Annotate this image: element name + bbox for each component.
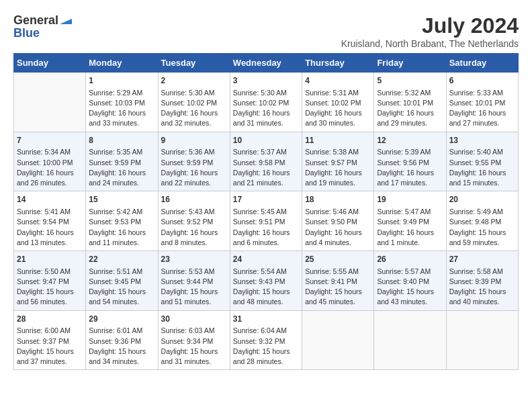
day-number: 19 — [377, 194, 443, 205]
day-number: 16 — [161, 194, 227, 205]
calendar-cell: 24Sunrise: 5:54 AM Sunset: 9:43 PM Dayli… — [230, 251, 302, 311]
calendar-cell: 31Sunrise: 6:04 AM Sunset: 9:32 PM Dayli… — [230, 310, 302, 370]
day-info: Sunrise: 6:01 AM Sunset: 9:36 PM Dayligh… — [89, 326, 154, 367]
calendar-cell: 11Sunrise: 5:38 AM Sunset: 9:57 PM Dayli… — [302, 132, 374, 191]
logo-general-text: General — [13, 14, 58, 26]
calendar-cell — [374, 310, 446, 370]
day-number: 28 — [17, 314, 83, 325]
day-info: Sunrise: 5:50 AM Sunset: 9:47 PM Dayligh… — [17, 267, 83, 308]
day-info: Sunrise: 5:38 AM Sunset: 9:57 PM Dayligh… — [305, 147, 371, 188]
calendar-cell: 28Sunrise: 6:00 AM Sunset: 9:37 PM Dayli… — [14, 310, 86, 370]
day-number: 12 — [377, 135, 443, 146]
day-number: 18 — [305, 194, 371, 205]
day-info: Sunrise: 5:30 AM Sunset: 10:02 PM Daylig… — [161, 88, 227, 129]
calendar-cell: 16Sunrise: 5:43 AM Sunset: 9:52 PM Dayli… — [158, 191, 230, 251]
day-info: Sunrise: 5:42 AM Sunset: 9:53 PM Dayligh… — [89, 207, 154, 248]
day-info: Sunrise: 5:47 AM Sunset: 9:49 PM Dayligh… — [377, 207, 443, 248]
calendar-week-row: 14Sunrise: 5:41 AM Sunset: 9:54 PM Dayli… — [14, 191, 519, 251]
calendar-cell: 3Sunrise: 5:30 AM Sunset: 10:02 PM Dayli… — [230, 73, 302, 132]
calendar-cell: 22Sunrise: 5:51 AM Sunset: 9:45 PM Dayli… — [86, 251, 158, 311]
day-number: 31 — [233, 314, 299, 325]
day-info: Sunrise: 5:46 AM Sunset: 9:50 PM Dayligh… — [305, 207, 371, 248]
calendar-cell — [446, 310, 518, 370]
svg-marker-0 — [60, 19, 72, 24]
day-info: Sunrise: 6:03 AM Sunset: 9:34 PM Dayligh… — [161, 326, 227, 367]
calendar-cell: 2Sunrise: 5:30 AM Sunset: 10:02 PM Dayli… — [158, 73, 230, 132]
day-info: Sunrise: 5:31 AM Sunset: 10:02 PM Daylig… — [305, 88, 371, 129]
day-number: 8 — [89, 135, 154, 146]
calendar-cell: 30Sunrise: 6:03 AM Sunset: 9:34 PM Dayli… — [158, 310, 230, 370]
day-info: Sunrise: 5:55 AM Sunset: 9:41 PM Dayligh… — [305, 267, 371, 308]
day-info: Sunrise: 5:36 AM Sunset: 9:59 PM Dayligh… — [161, 147, 227, 188]
day-info: Sunrise: 5:53 AM Sunset: 9:44 PM Dayligh… — [161, 267, 227, 308]
calendar-cell: 14Sunrise: 5:41 AM Sunset: 9:54 PM Dayli… — [14, 191, 86, 251]
day-info: Sunrise: 5:37 AM Sunset: 9:58 PM Dayligh… — [233, 147, 299, 188]
day-info: Sunrise: 5:29 AM Sunset: 10:03 PM Daylig… — [89, 88, 154, 129]
day-info: Sunrise: 6:04 AM Sunset: 9:32 PM Dayligh… — [233, 326, 299, 367]
day-info: Sunrise: 5:57 AM Sunset: 9:40 PM Dayligh… — [377, 267, 443, 308]
calendar-cell: 7Sunrise: 5:34 AM Sunset: 10:00 PM Dayli… — [14, 132, 86, 191]
calendar-cell: 9Sunrise: 5:36 AM Sunset: 9:59 PM Daylig… — [158, 132, 230, 191]
day-number: 14 — [17, 194, 83, 205]
title-area: July 2024 Kruisland, North Brabant, The … — [341, 13, 519, 49]
day-number: 20 — [449, 194, 515, 205]
page-header: General Blue July 2024 Kruisland, North … — [13, 13, 519, 49]
day-number: 3 — [233, 75, 299, 87]
calendar-week-row: 28Sunrise: 6:00 AM Sunset: 9:37 PM Dayli… — [14, 310, 519, 370]
day-info: Sunrise: 5:41 AM Sunset: 9:54 PM Dayligh… — [17, 207, 83, 248]
calendar-cell: 26Sunrise: 5:57 AM Sunset: 9:40 PM Dayli… — [374, 251, 446, 311]
weekday-header: Saturday — [446, 54, 518, 73]
calendar-cell: 18Sunrise: 5:46 AM Sunset: 9:50 PM Dayli… — [302, 191, 374, 251]
calendar-cell: 21Sunrise: 5:50 AM Sunset: 9:47 PM Dayli… — [14, 251, 86, 311]
calendar-cell: 19Sunrise: 5:47 AM Sunset: 9:49 PM Dayli… — [374, 191, 446, 251]
calendar-cell: 1Sunrise: 5:29 AM Sunset: 10:03 PM Dayli… — [86, 73, 158, 132]
day-number: 7 — [17, 135, 83, 146]
logo-blue-text: Blue — [13, 27, 40, 39]
calendar-cell: 4Sunrise: 5:31 AM Sunset: 10:02 PM Dayli… — [302, 73, 374, 132]
day-number: 13 — [449, 135, 515, 146]
month-title: July 2024 — [341, 13, 519, 38]
day-info: Sunrise: 5:35 AM Sunset: 9:59 PM Dayligh… — [89, 147, 154, 188]
day-info: Sunrise: 5:30 AM Sunset: 10:02 PM Daylig… — [233, 88, 299, 129]
calendar-cell — [14, 73, 86, 132]
calendar-cell: 8Sunrise: 5:35 AM Sunset: 9:59 PM Daylig… — [86, 132, 158, 191]
day-number: 23 — [161, 254, 227, 265]
weekday-header: Monday — [86, 54, 158, 73]
day-number: 6 — [449, 75, 515, 87]
day-number: 15 — [89, 194, 154, 205]
calendar-cell: 20Sunrise: 5:49 AM Sunset: 9:48 PM Dayli… — [446, 191, 518, 251]
day-number: 27 — [449, 254, 515, 265]
calendar-cell: 13Sunrise: 5:40 AM Sunset: 9:55 PM Dayli… — [446, 132, 518, 191]
day-number: 9 — [161, 135, 227, 146]
calendar-cell — [302, 310, 374, 370]
weekday-header-row: SundayMondayTuesdayWednesdayThursdayFrid… — [14, 54, 519, 73]
calendar-cell: 5Sunrise: 5:32 AM Sunset: 10:01 PM Dayli… — [374, 73, 446, 132]
weekday-header: Thursday — [302, 54, 374, 73]
logo: General Blue — [13, 13, 72, 39]
day-number: 24 — [233, 254, 299, 265]
calendar-cell: 10Sunrise: 5:37 AM Sunset: 9:58 PM Dayli… — [230, 132, 302, 191]
weekday-header: Sunday — [14, 54, 86, 73]
logo-icon — [60, 13, 72, 24]
day-number: 29 — [89, 314, 154, 325]
day-info: Sunrise: 5:33 AM Sunset: 10:01 PM Daylig… — [449, 88, 515, 129]
weekday-header: Wednesday — [230, 54, 302, 73]
calendar-cell: 6Sunrise: 5:33 AM Sunset: 10:01 PM Dayli… — [446, 73, 518, 132]
day-number: 26 — [377, 254, 443, 265]
day-info: Sunrise: 5:40 AM Sunset: 9:55 PM Dayligh… — [449, 147, 515, 188]
day-number: 1 — [89, 75, 154, 87]
location-title: Kruisland, North Brabant, The Netherland… — [341, 38, 519, 49]
day-info: Sunrise: 5:51 AM Sunset: 9:45 PM Dayligh… — [89, 267, 154, 308]
calendar-cell: 15Sunrise: 5:42 AM Sunset: 9:53 PM Dayli… — [86, 191, 158, 251]
day-info: Sunrise: 5:39 AM Sunset: 9:56 PM Dayligh… — [377, 147, 443, 188]
calendar-week-row: 7Sunrise: 5:34 AM Sunset: 10:00 PM Dayli… — [14, 132, 519, 191]
day-info: Sunrise: 5:34 AM Sunset: 10:00 PM Daylig… — [17, 147, 83, 188]
calendar-cell: 17Sunrise: 5:45 AM Sunset: 9:51 PM Dayli… — [230, 191, 302, 251]
calendar-week-row: 1Sunrise: 5:29 AM Sunset: 10:03 PM Dayli… — [14, 73, 519, 132]
day-number: 10 — [233, 135, 299, 146]
day-number: 22 — [89, 254, 154, 265]
calendar-week-row: 21Sunrise: 5:50 AM Sunset: 9:47 PM Dayli… — [14, 251, 519, 311]
day-number: 21 — [17, 254, 83, 265]
calendar-cell: 12Sunrise: 5:39 AM Sunset: 9:56 PM Dayli… — [374, 132, 446, 191]
day-info: Sunrise: 5:58 AM Sunset: 9:39 PM Dayligh… — [449, 267, 515, 308]
